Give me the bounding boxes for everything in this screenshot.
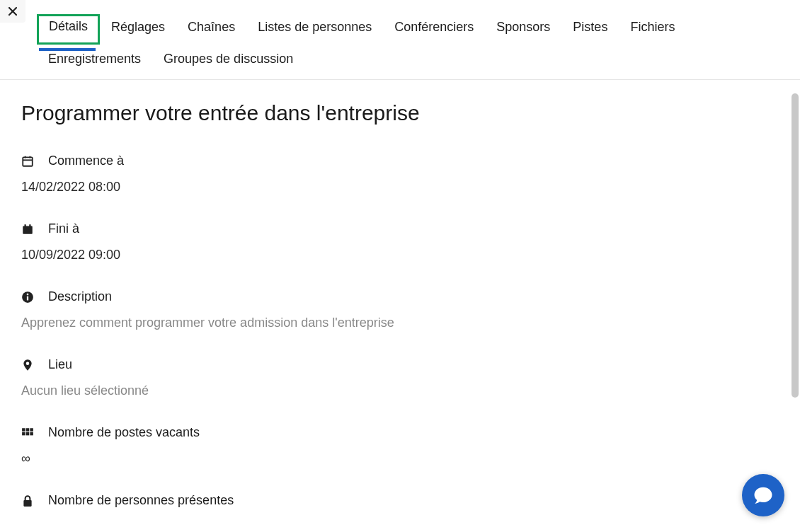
tab-label: Sponsors: [496, 20, 550, 34]
tab-conferenciers[interactable]: Conférenciers: [383, 16, 485, 47]
field-label: Commence à: [48, 154, 124, 168]
tab-sponsors[interactable]: Sponsors: [485, 16, 561, 47]
info-icon: [21, 291, 34, 303]
tab-groupes-discussion[interactable]: Groupes de discussion: [152, 47, 304, 79]
calendar-icon: [21, 155, 34, 168]
tab-label: Fichiers: [630, 20, 675, 34]
svg-point-12: [26, 362, 30, 365]
svg-rect-8: [29, 224, 30, 226]
tab-listes-personnes[interactable]: Listes de personnes: [246, 16, 383, 47]
scrollbar-thumb[interactable]: [792, 93, 799, 398]
svg-rect-13: [22, 428, 25, 432]
tab-reglages[interactable]: Réglages: [100, 16, 176, 47]
field-value: ∞: [21, 519, 779, 520]
svg-rect-2: [23, 157, 33, 166]
tab-fichiers[interactable]: Fichiers: [619, 16, 686, 47]
field-label: Description: [48, 289, 112, 304]
tabs-bar: Détails Réglages Chaînes Listes de perso…: [0, 0, 800, 80]
svg-rect-7: [25, 224, 26, 226]
chat-icon: [753, 485, 774, 506]
field-value: ∞: [21, 451, 779, 466]
tab-label: Groupes de discussion: [164, 52, 293, 66]
field-starts-at: Commence à 14/02/2022 08:00: [21, 154, 779, 195]
field-label: Fini à: [48, 221, 79, 236]
tab-label: Réglages: [111, 20, 165, 34]
grid-icon: [21, 427, 34, 439]
tab-label: Conférenciers: [394, 20, 474, 34]
tab-pistes[interactable]: Pistes: [561, 16, 619, 47]
svg-rect-6: [23, 226, 33, 233]
field-ends-at: Fini à 10/09/2022 09:00: [21, 221, 779, 262]
field-value: 10/09/2022 09:00: [21, 248, 779, 262]
location-icon: [21, 359, 34, 371]
scrollbar[interactable]: [790, 91, 800, 532]
field-location: Lieu Aucun lieu sélectionné: [21, 357, 779, 398]
tab-enregistrements[interactable]: Enregistrements: [37, 47, 152, 79]
svg-rect-18: [30, 432, 33, 435]
tab-label: Détails: [49, 19, 88, 33]
chat-fab-button[interactable]: [742, 474, 784, 516]
field-label: Lieu: [48, 357, 72, 372]
tab-label: Pistes: [573, 20, 607, 34]
tab-label: Chaînes: [188, 20, 235, 34]
calendar-filled-icon: [21, 223, 34, 236]
tab-label: Enregistrements: [48, 52, 141, 66]
close-icon: [7, 6, 18, 17]
close-button[interactable]: [0, 0, 25, 23]
svg-rect-14: [26, 428, 30, 432]
field-label: Nombre de personnes présentes: [48, 493, 234, 508]
field-label: Nombre de postes vacants: [48, 425, 200, 440]
field-attendees: Nombre de personnes présentes ∞: [21, 493, 779, 520]
field-description: Description Apprenez comment programmer …: [21, 289, 779, 330]
field-value: Aucun lieu sélectionné: [21, 383, 779, 398]
svg-rect-16: [22, 432, 25, 435]
field-value: 14/02/2022 08:00: [21, 180, 779, 195]
svg-rect-17: [26, 432, 30, 435]
tab-label: Listes de personnes: [258, 20, 372, 34]
lock-icon: [21, 495, 34, 507]
field-value: Apprenez comment programmer votre admiss…: [21, 316, 779, 330]
content-area: Programmer votre entrée dans l'entrepris…: [0, 80, 800, 520]
tab-chaines[interactable]: Chaînes: [176, 16, 246, 47]
field-vacancies: Nombre de postes vacants ∞: [21, 425, 779, 466]
svg-rect-15: [30, 428, 33, 432]
svg-rect-19: [23, 499, 31, 506]
page-title: Programmer votre entrée dans l'entrepris…: [21, 101, 779, 125]
svg-rect-10: [27, 296, 28, 300]
svg-point-11: [27, 293, 29, 295]
tab-details[interactable]: Détails: [37, 14, 100, 45]
